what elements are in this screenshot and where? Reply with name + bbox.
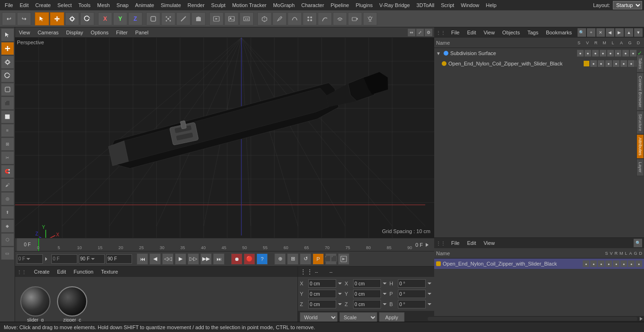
pos-x-arrow[interactable] bbox=[337, 281, 343, 286]
camera-button[interactable] bbox=[348, 12, 362, 25]
obj-toolbar-down[interactable]: ▼ bbox=[634, 28, 643, 37]
sidebar-null[interactable]: ⬛ bbox=[1, 97, 14, 110]
obj-menu-edit[interactable]: Edit bbox=[465, 30, 478, 35]
next-frame-button[interactable]: ▶▶ bbox=[200, 253, 212, 265]
mat-row-zipper[interactable]: Open_End_Nylon_Coil_Zipper_with_Slider_B… bbox=[434, 259, 644, 269]
menu-plugins[interactable]: Plugins bbox=[353, 1, 375, 9]
rot-h-arrow[interactable] bbox=[427, 281, 432, 286]
obj-toolbar-next[interactable]: ▶ bbox=[615, 28, 624, 37]
cloner-button[interactable] bbox=[303, 12, 317, 25]
material-item-zipper[interactable]: zipper_c bbox=[56, 286, 89, 323]
pos-z-arrow[interactable] bbox=[337, 301, 343, 307]
play-backward-button[interactable]: ◁◁ bbox=[162, 253, 173, 265]
obj-row-subdivision[interactable]: ▼ Subdivision Surface ● ● ● ● ● ● ● ● ✓ bbox=[434, 48, 644, 58]
tab-layer[interactable]: Layer bbox=[636, 159, 644, 176]
subdiv-icon-l[interactable]: ● bbox=[607, 50, 614, 57]
goto-end-button[interactable]: ⏭ bbox=[213, 253, 224, 265]
mat-icon-g[interactable]: ● bbox=[628, 260, 635, 267]
zipper-icon-a[interactable]: ● bbox=[620, 60, 627, 67]
mat-icon-v[interactable]: ● bbox=[590, 260, 597, 267]
mat-menu-texture[interactable]: Texture bbox=[99, 269, 120, 275]
menu-script[interactable]: Script bbox=[438, 1, 457, 9]
tab-attributes[interactable]: Attributes bbox=[636, 134, 644, 159]
scale-button[interactable] bbox=[65, 12, 79, 25]
obj-menu-view[interactable]: View bbox=[482, 30, 497, 35]
axis-button[interactable]: ↺ bbox=[300, 253, 311, 265]
zipper-icon-l[interactable]: ● bbox=[613, 60, 619, 67]
sidebar-layer[interactable]: ≡ bbox=[1, 124, 14, 137]
sidebar-null3[interactable]: ⊠ bbox=[1, 138, 14, 151]
object-tree[interactable]: ▼ Subdivision Surface ● ● ● ● ● ● ● ● ✓ bbox=[434, 48, 644, 237]
redo-button[interactable]: ↪ bbox=[17, 12, 31, 25]
menu-edit[interactable]: Edit bbox=[17, 1, 32, 9]
render-icon-button[interactable] bbox=[338, 253, 349, 265]
menu-create[interactable]: Create bbox=[33, 1, 54, 9]
material-ball-slider[interactable] bbox=[20, 286, 50, 316]
vp-menu-view[interactable]: View bbox=[17, 30, 32, 35]
pen-button[interactable] bbox=[272, 12, 287, 25]
size-y-value[interactable]: 0 cm bbox=[353, 290, 381, 298]
menu-file[interactable]: File bbox=[2, 1, 16, 9]
vp-menu-filter[interactable]: Filter bbox=[114, 30, 129, 35]
obj-toolbar-new[interactable]: + bbox=[587, 28, 595, 37]
min-frame-field[interactable]: 0 F bbox=[51, 254, 77, 264]
size-x-arrow[interactable] bbox=[382, 281, 388, 286]
zipper-icon-m[interactable]: ● bbox=[605, 60, 612, 67]
mat-icon-m[interactable]: ● bbox=[605, 260, 612, 267]
menu-select[interactable]: Select bbox=[55, 1, 75, 9]
subdiv-icon-v[interactable]: ● bbox=[585, 50, 591, 57]
menu-tools[interactable]: Tools bbox=[75, 1, 93, 9]
size-z-arrow[interactable] bbox=[382, 301, 388, 307]
world-select[interactable]: World bbox=[300, 312, 338, 323]
sidebar-loop[interactable]: ⬡ bbox=[1, 233, 14, 246]
rot-b-arrow[interactable] bbox=[427, 301, 432, 307]
deformer-button[interactable] bbox=[333, 12, 347, 25]
scroll-right-icon[interactable] bbox=[638, 316, 644, 322]
obj-toolbar-up[interactable]: ▲ bbox=[625, 28, 633, 37]
prev-frame-button[interactable]: ◀ bbox=[149, 253, 161, 265]
sidebar-scale-tool[interactable] bbox=[1, 56, 14, 69]
sidebar-move-tool[interactable] bbox=[1, 42, 14, 55]
obj-menu-file[interactable]: File bbox=[449, 30, 462, 35]
mat-mgr-file[interactable]: File bbox=[449, 240, 462, 246]
mat-mgr-search[interactable]: 🔍 bbox=[634, 239, 642, 247]
axis-z-button[interactable]: Z bbox=[128, 12, 142, 25]
snap-button[interactable]: ⊕ bbox=[274, 253, 286, 265]
size-z-value[interactable]: 0 cm bbox=[353, 300, 381, 308]
nurbs-button[interactable] bbox=[288, 12, 302, 25]
max-frame-field[interactable]: 90 F bbox=[79, 254, 105, 264]
zipper-icon-v[interactable]: ● bbox=[590, 60, 597, 67]
tab-takes[interactable]: Takes bbox=[636, 55, 644, 73]
sidebar-rotate-tool[interactable] bbox=[1, 69, 14, 82]
menu-render[interactable]: Render bbox=[185, 1, 207, 9]
rot-h-value[interactable]: 0 ° bbox=[398, 279, 426, 288]
undo-button[interactable]: ↩ bbox=[2, 12, 16, 25]
menu-window[interactable]: Window bbox=[458, 1, 482, 9]
menu-animate[interactable]: Animate bbox=[132, 1, 157, 9]
axis-y-button[interactable]: Y bbox=[113, 12, 127, 25]
fps-field[interactable]: 90 F bbox=[106, 254, 132, 264]
render-viewport-button[interactable] bbox=[209, 12, 223, 25]
obj-toolbar-search[interactable]: 🔍 bbox=[578, 28, 586, 37]
scroll-track[interactable] bbox=[428, 317, 637, 321]
mat-icon-d[interactable]: ● bbox=[636, 260, 642, 267]
expand-icon[interactable]: ▼ bbox=[436, 51, 441, 56]
sidebar-null2[interactable]: ⬜ bbox=[1, 110, 14, 123]
zipper-icon-color[interactable] bbox=[584, 61, 589, 66]
mat-mgr-edit[interactable]: Edit bbox=[465, 240, 478, 246]
zipper-icon-g[interactable]: ● bbox=[628, 60, 635, 67]
obj-menu-bookmarks[interactable]: Bookmarks bbox=[544, 30, 574, 35]
move-button[interactable] bbox=[50, 12, 64, 25]
apply-button[interactable]: Apply bbox=[379, 312, 405, 323]
obj-menu-objects[interactable]: Objects bbox=[500, 30, 521, 35]
bottom-scrollbar[interactable] bbox=[427, 316, 644, 322]
current-frame-field[interactable]: 0 F bbox=[17, 254, 43, 264]
material-ball-zipper[interactable] bbox=[57, 286, 87, 316]
help-button[interactable]: ? bbox=[256, 253, 268, 265]
rot-b-value[interactable]: 0 ° bbox=[398, 300, 426, 308]
rotate-button[interactable] bbox=[80, 12, 94, 25]
cube-button[interactable] bbox=[257, 12, 272, 25]
select-mode-button[interactable] bbox=[35, 12, 49, 25]
vp-menu-cameras[interactable]: Cameras bbox=[36, 30, 61, 35]
point-mode-button[interactable] bbox=[161, 12, 175, 25]
